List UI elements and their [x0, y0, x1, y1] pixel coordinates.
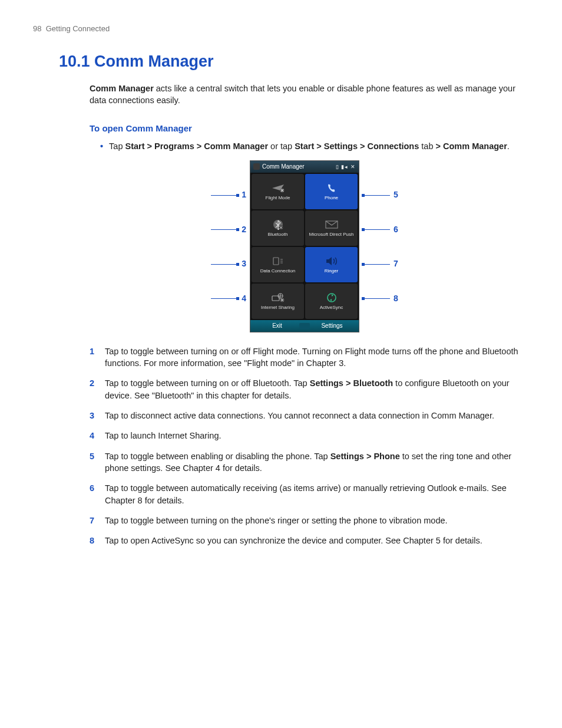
item-text: Tap to disconnect active data connection…	[105, 410, 520, 421]
bluetooth-icon	[271, 219, 285, 230]
description-item: 3Tap to disconnect active data connectio…	[90, 410, 520, 421]
tile-internet-sharing[interactable]: Internet Sharing	[252, 284, 304, 319]
intro-lead: Comm Manager	[90, 84, 154, 93]
phone-title: Comm Manager	[262, 163, 305, 171]
description-item: 8Tap to open ActiveSync so you can synch…	[90, 535, 520, 546]
description-item: 2Tap to toggle between turning on or off…	[90, 377, 520, 401]
page-number: 98	[33, 24, 41, 33]
tile-direct-push[interactable]: Microsoft Direct Push	[305, 210, 358, 246]
item-text: Tap to toggle between turning on or off …	[105, 345, 520, 370]
tile-data-connection[interactable]: Data Connection	[252, 247, 304, 282]
tile-ringer[interactable]: Ringer	[305, 247, 358, 282]
item-number: 6	[90, 482, 98, 506]
tile-flight-mode[interactable]: Flight Mode	[252, 174, 304, 209]
section-title: 10.1 Comm Manager	[33, 51, 529, 73]
item-text: Tap to toggle between turning on the pho…	[105, 515, 520, 526]
bullet-text: Tap Start > Programs > Comm Manager or t…	[109, 141, 510, 151]
callout-7: 7	[363, 251, 398, 278]
tile-bluetooth[interactable]: Bluetooth	[252, 210, 304, 246]
phone-softbar: Exit Settings	[250, 320, 359, 332]
callout-4: 4	[211, 285, 246, 312]
tile-label: Phone	[325, 196, 338, 200]
item-text: Tap to open ActiveSync so you can synchr…	[105, 535, 520, 546]
callouts-left: 1 2 3 4	[211, 160, 246, 332]
running-head: 98 Getting Connected	[33, 24, 529, 34]
tile-phone[interactable]: Phone	[305, 174, 358, 209]
item-number: 2	[90, 377, 98, 401]
numbered-descriptions: 1Tap to toggle between turning on or off…	[90, 345, 520, 547]
chapter-name: Getting Connected	[46, 24, 110, 33]
item-number: 1	[90, 345, 98, 370]
sub-heading: To open Comm Manager	[90, 122, 520, 134]
phone-tile-grid: Flight Mode Phone Bluetooth	[250, 173, 359, 320]
tile-label: ActiveSync	[320, 305, 343, 310]
item-text: Tap to toggle between automatically rece…	[105, 482, 520, 506]
softkey-middle-icon[interactable]	[299, 323, 310, 329]
description-item: 7Tap to toggle between turning on the ph…	[90, 515, 520, 526]
item-number: 5	[90, 450, 98, 475]
tile-label: Flight Mode	[266, 196, 290, 200]
description-item: 4Tap to launch Internet Sharing.	[90, 430, 520, 442]
item-number: 4	[90, 430, 98, 442]
internet-sharing-icon	[271, 292, 285, 303]
item-text: Tap to toggle between enabling or disabl…	[105, 450, 520, 475]
tile-activesync[interactable]: ActiveSync	[305, 284, 358, 319]
description-item: 5Tap to toggle between enabling or disab…	[90, 450, 520, 475]
tile-label: Data Connection	[260, 269, 296, 274]
sync-icon	[325, 292, 339, 303]
bullet-dot: •	[100, 141, 103, 151]
item-number: 7	[90, 515, 98, 526]
tile-label: Internet Sharing	[261, 305, 295, 310]
status-icons: ▯ ▮◂ ✕	[336, 163, 356, 171]
tile-label: Bluetooth	[268, 232, 288, 237]
open-step-item: •Tap Start > Programs > Comm Manager or …	[100, 140, 520, 152]
item-number: 8	[90, 535, 98, 546]
data-connection-icon	[271, 256, 285, 266]
softkey-left[interactable]: Exit	[255, 322, 299, 330]
callout-3: 3	[211, 251, 246, 278]
item-text: Tap to launch Internet Sharing.	[105, 430, 520, 442]
callouts-right: 5 6 7 8	[363, 160, 398, 332]
speaker-icon	[325, 256, 339, 266]
item-number: 3	[90, 410, 98, 421]
item-text: Tap to toggle between turning on or off …	[105, 377, 520, 401]
description-item: 6Tap to toggle between automatically rec…	[90, 482, 520, 506]
phone-icon	[325, 183, 339, 193]
softkey-right[interactable]: Settings	[310, 322, 354, 330]
callout-1: 1	[211, 182, 246, 209]
figure: 1 2 3 4 Comm Manager ▯ ▮◂ ✕	[90, 160, 520, 332]
phone-titlebar: Comm Manager ▯ ▮◂ ✕	[250, 161, 359, 173]
phone-screenshot: Comm Manager ▯ ▮◂ ✕ Flight Mode	[250, 160, 359, 332]
callout-2: 2	[211, 216, 246, 243]
tile-label: Ringer	[325, 269, 339, 274]
tile-label: Microsoft Direct Push	[309, 232, 353, 237]
description-item: 1Tap to toggle between turning on or off…	[90, 345, 520, 370]
envelope-icon	[325, 219, 339, 230]
callout-5: 5	[363, 182, 398, 209]
intro-text: acts like a central switch that lets you…	[90, 84, 515, 105]
open-steps: •Tap Start > Programs > Comm Manager or …	[100, 140, 520, 152]
airplane-icon	[271, 183, 285, 193]
callout-6: 6	[363, 216, 398, 243]
intro-paragraph: Comm Manager acts like a central switch …	[90, 83, 520, 107]
callout-8: 8	[363, 285, 398, 312]
svg-rect-4	[273, 258, 279, 265]
windows-flag-icon	[253, 163, 260, 170]
